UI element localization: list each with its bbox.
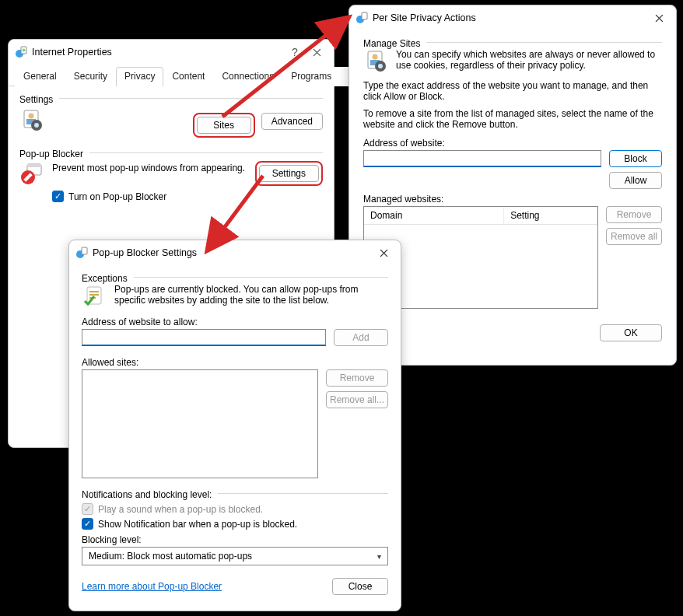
popup-checkbox[interactable]: ✓: [52, 191, 64, 202]
svg-rect-20: [82, 247, 87, 254]
manage-sites-icon: [363, 49, 388, 74]
level-label: Blocking level:: [82, 534, 388, 545]
exceptions-desc: Pop-ups are currently blocked. You can a…: [114, 284, 388, 306]
tab-privacy[interactable]: Privacy: [116, 67, 163, 86]
bar-label: Show Notification bar when a pop-up is b…: [98, 519, 297, 530]
help-button[interactable]: ?: [284, 43, 306, 61]
sites-button[interactable]: Sites: [197, 117, 251, 134]
close-button[interactable]: [306, 43, 327, 61]
internet-options-icon: [15, 46, 27, 58]
manage-desc-3: To remove a site from the list of manage…: [363, 108, 662, 130]
add-button: Add: [334, 329, 388, 346]
sound-checkbox: ✓: [82, 503, 93, 515]
remove-all-button: Remove all: [606, 228, 662, 245]
privacy-panel: Settings Sites Advanced Pop-up Blocker: [9, 86, 334, 213]
col-setting[interactable]: Setting: [504, 207, 597, 225]
popup-desc: Prevent most pop-up windows from appeari…: [52, 163, 245, 173]
svg-point-2: [23, 49, 26, 52]
exceptions-label: Exceptions: [82, 273, 128, 284]
popup-checkbox-label: Turn on Pop-up Blocker: [68, 191, 166, 202]
notif-label: Notifications and blocking level:: [82, 489, 212, 500]
address-label: Address of website to allow:: [82, 317, 388, 327]
address-input[interactable]: [82, 329, 326, 346]
block-button[interactable]: Block: [609, 150, 662, 167]
allowed-label: Allowed sites:: [82, 357, 388, 368]
sites-button-highlight: Sites: [193, 113, 255, 138]
chevron-down-icon: ▾: [377, 552, 381, 561]
svg-rect-13: [362, 12, 367, 19]
titlebar: Per Site Privacy Actions: [349, 5, 676, 30]
col-domain[interactable]: Domain: [364, 207, 504, 225]
tab-security[interactable]: Security: [65, 67, 116, 86]
remove-button: Remove: [326, 369, 388, 387]
remove-button: Remove: [606, 206, 662, 223]
tabstrip: General Security Privacy Content Connect…: [9, 65, 334, 86]
svg-point-4: [29, 114, 34, 119]
titlebar: Internet Properties ?: [9, 40, 334, 65]
settings-button-highlight: Settings: [255, 161, 323, 186]
popup-content: Exceptions Pop-ups are currently blocked…: [69, 265, 401, 603]
tab-programs[interactable]: Programs: [282, 67, 340, 86]
titlebar: Pop-up Blocker Settings: [69, 240, 401, 265]
close-button[interactable]: [648, 9, 670, 27]
popup-group-label: Pop-up Blocker: [19, 149, 83, 159]
tab-general[interactable]: General: [15, 67, 65, 86]
svg-rect-9: [27, 164, 41, 167]
learn-more-link[interactable]: Learn more about Pop-up Blocker: [82, 581, 222, 592]
ok-button[interactable]: OK: [600, 324, 662, 341]
close-button-bottom[interactable]: Close: [332, 578, 388, 595]
manage-desc-2: Type the exact address of the website yo…: [363, 80, 662, 102]
level-select[interactable]: Medium: Block most automatic pop-ups ▾: [82, 547, 388, 565]
manage-desc-1: You can specify which websites are alway…: [396, 49, 662, 71]
bar-checkbox[interactable]: ✓: [82, 518, 93, 530]
window-title: Pop-up Blocker Settings: [93, 247, 373, 258]
popup-settings-window: Pop-up Blocker Settings Exceptions Pop-u…: [68, 240, 401, 611]
address-input[interactable]: [363, 150, 601, 167]
allowed-listbox[interactable]: [82, 369, 318, 478]
popup-blocker-icon: [19, 161, 44, 186]
close-button[interactable]: [373, 243, 394, 262]
sound-label: Play a sound when a pop-up is blocked.: [98, 504, 263, 515]
window-title: Per Site Privacy Actions: [373, 12, 648, 23]
address-label: Address of website:: [363, 138, 662, 149]
window-title: Internet Properties: [32, 47, 284, 58]
tab-content[interactable]: Content: [163, 67, 213, 86]
remove-all-button: Remove all...: [326, 391, 388, 408]
svg-point-18: [378, 64, 383, 68]
managed-label: Managed websites:: [363, 194, 662, 205]
exceptions-icon: [82, 284, 107, 309]
tab-connections[interactable]: Connections: [213, 67, 282, 86]
popup-settings-button[interactable]: Settings: [259, 165, 319, 182]
popup-settings-icon: [75, 247, 88, 259]
level-value: Medium: Block most automatic pop-ups: [89, 551, 252, 562]
settings-group-label: Settings: [19, 94, 53, 105]
svg-point-7: [34, 123, 39, 128]
privacy-icon: [356, 12, 368, 24]
settings-icon: [19, 108, 44, 133]
allow-button[interactable]: Allow: [609, 172, 662, 189]
manage-sites-label: Manage Sites: [363, 38, 420, 49]
advanced-button[interactable]: Advanced: [261, 113, 323, 130]
svg-point-15: [373, 54, 378, 60]
